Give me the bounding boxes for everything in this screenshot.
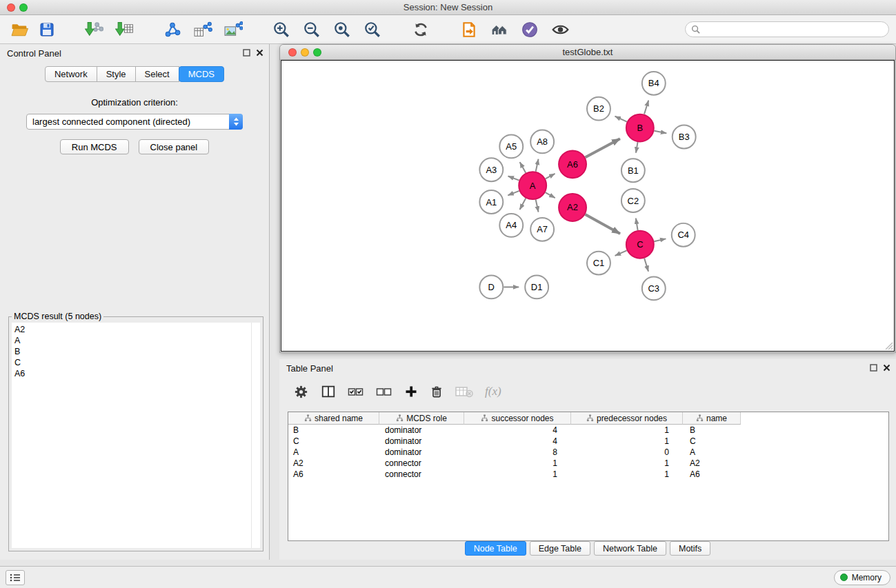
import-network-file-button[interactable] <box>79 17 109 42</box>
edge-B-B4[interactable] <box>644 101 648 114</box>
edge-A-A4[interactable] <box>520 199 526 210</box>
network-table-icon <box>194 21 212 39</box>
table-toolbar: f(x) <box>293 381 501 402</box>
memory-button[interactable]: Memory <box>834 570 890 585</box>
close-table-panel-icon[interactable] <box>883 364 890 372</box>
criterion-dropdown[interactable]: largest connected component (directed) <box>26 114 243 130</box>
table-cell: connector <box>379 458 464 468</box>
network-from-table-button[interactable] <box>188 17 218 42</box>
tab-edge-table[interactable]: Edge Table <box>530 541 590 556</box>
table-row[interactable]: A6connector11A6 <box>288 469 888 480</box>
edge-A-A1[interactable] <box>508 191 519 195</box>
edge-B-B2[interactable] <box>615 116 627 122</box>
node-table: shared nameMCDS rolesuccessor nodesprede… <box>288 412 889 541</box>
delete-row-button[interactable] <box>430 385 444 399</box>
node-label-C1: C1 <box>593 258 605 268</box>
add-row-button[interactable] <box>404 385 418 398</box>
mcds-result-item[interactable]: A <box>14 335 260 346</box>
edge-A-A7[interactable] <box>536 200 539 212</box>
tab-mcds[interactable]: MCDS <box>179 66 224 82</box>
save-session-button[interactable] <box>33 17 61 42</box>
edge-A-A6[interactable] <box>546 174 555 179</box>
node-label-C4: C4 <box>677 230 689 240</box>
tab-network[interactable]: Network <box>45 66 97 82</box>
node-label-C3: C3 <box>648 283 660 294</box>
network-zoom-button[interactable] <box>313 48 321 57</box>
network-minimize-button[interactable] <box>301 48 309 57</box>
zoom-fit-button[interactable] <box>327 17 357 42</box>
resize-grip-icon[interactable] <box>884 341 893 350</box>
table-cell: A2 <box>288 458 379 468</box>
close-panel-button[interactable]: Close panel <box>139 139 210 154</box>
close-window-button[interactable] <box>7 3 15 12</box>
eye-icon <box>551 21 570 39</box>
panel-list-button[interactable] <box>6 570 25 585</box>
close-panel-icon[interactable] <box>256 49 263 57</box>
refresh-button[interactable] <box>406 17 436 42</box>
graphics-details-button[interactable] <box>515 17 545 42</box>
float-table-panel-icon[interactable] <box>870 364 877 372</box>
tab-select[interactable]: Select <box>135 66 179 82</box>
control-panel: Control Panel NetworkStyleSelectMCDS Opt… <box>0 44 270 560</box>
tab-network-table[interactable]: Network Table <box>594 541 666 556</box>
mcds-result-list[interactable]: A2ABCA6 <box>12 323 260 548</box>
network-window-titlebar[interactable]: testGlobe.txt <box>280 45 895 60</box>
home-button[interactable] <box>484 17 515 42</box>
column-header-name[interactable]: name <box>683 412 741 425</box>
node-label-B1: B1 <box>628 165 639 176</box>
tab-node-table[interactable]: Node Table <box>465 541 526 556</box>
clear-table-button <box>455 385 473 398</box>
table-row[interactable]: Bdominator41B <box>288 425 888 436</box>
edge-A2-C[interactable] <box>585 214 620 234</box>
import-table-file-button[interactable] <box>109 17 139 42</box>
zoom-out-button[interactable] <box>297 17 327 42</box>
edge-A6-B[interactable] <box>586 139 620 157</box>
table-cell: A <box>683 447 741 457</box>
zoom-selected-button[interactable] <box>357 17 388 42</box>
control-panel-header: Control Panel <box>0 44 269 62</box>
search-input[interactable] <box>685 21 889 37</box>
tab-style[interactable]: Style <box>97 66 136 82</box>
deselect-all-button[interactable] <box>376 385 392 398</box>
edge-A-A3[interactable] <box>508 176 519 181</box>
network-close-button[interactable] <box>288 48 297 57</box>
table-row[interactable]: Adominator80A <box>288 447 888 458</box>
edge-A-A8[interactable] <box>536 159 539 172</box>
edge-C-C1[interactable] <box>615 250 627 256</box>
export-image-button[interactable] <box>218 17 248 42</box>
edge-C-C4[interactable] <box>654 239 666 241</box>
edge-A-A2[interactable] <box>546 192 555 198</box>
mcds-result-item[interactable]: A2 <box>14 324 260 335</box>
eye-button[interactable] <box>545 17 575 42</box>
network-graph[interactable]: B4B2BB3A5A8A6B1A3AC2A1A2A4A7C4CC1C3DD1 <box>281 61 894 351</box>
new-network-button[interactable] <box>157 17 188 42</box>
select-all-button[interactable] <box>348 385 364 398</box>
zoom-in-button[interactable] <box>266 17 297 42</box>
mcds-result-item[interactable]: A6 <box>14 368 260 379</box>
run-mcds-button[interactable]: Run MCDS <box>60 139 129 154</box>
tab-motifs[interactable]: Motifs <box>670 541 710 556</box>
edge-B-B3[interactable] <box>654 131 666 134</box>
settings-gear-button[interactable] <box>293 384 309 400</box>
column-header-predecessor-nodes[interactable]: predecessor nodes <box>571 412 683 425</box>
edge-B-B1[interactable] <box>636 142 638 153</box>
show-columns-button[interactable] <box>321 384 336 399</box>
column-header-shared-name[interactable]: shared name <box>288 412 379 425</box>
float-panel-icon[interactable] <box>243 49 250 57</box>
table-row[interactable]: A2connector11A2 <box>288 458 888 469</box>
column-header-successor-nodes[interactable]: successor nodes <box>464 412 571 425</box>
edge-C-C3[interactable] <box>644 258 648 272</box>
table-row[interactable]: Cdominator41C <box>288 436 888 447</box>
edge-A-A5[interactable] <box>520 162 526 173</box>
titlebar: Session: New Session <box>0 0 896 15</box>
network-canvas[interactable]: B4B2BB3A5A8A6B1A3AC2A1A2A4A7C4CC1C3DD1 <box>281 60 895 352</box>
column-header-MCDS-role[interactable]: MCDS role <box>379 412 464 425</box>
mcds-result-item[interactable]: C <box>14 357 260 368</box>
edge-C-C2[interactable] <box>636 219 638 231</box>
node-label-A7: A7 <box>537 224 548 234</box>
zoom-window-button[interactable] <box>19 3 28 12</box>
network-window-title: testGlobe.txt <box>563 47 613 57</box>
mcds-result-item[interactable]: B <box>14 346 260 357</box>
open-session-button[interactable] <box>6 17 33 42</box>
first-neighbors-button[interactable] <box>454 17 484 42</box>
